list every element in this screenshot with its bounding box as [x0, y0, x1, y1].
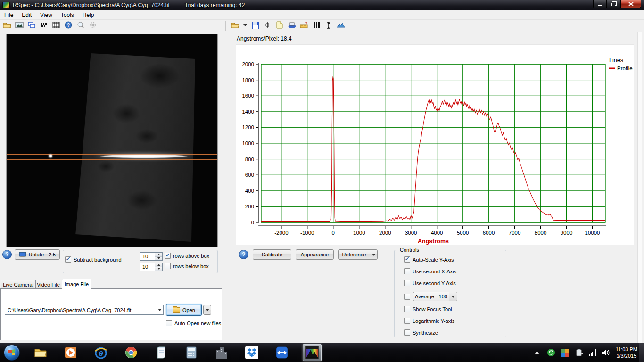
menu-tools[interactable]: Tools	[57, 11, 78, 19]
spectrum-image-view[interactable]	[6, 34, 218, 247]
clipboard-device-icon[interactable]	[575, 348, 584, 357]
combo-dropdown-icon[interactable]	[156, 305, 163, 314]
restore-button[interactable]	[607, 0, 620, 8]
y-tick-label: 400	[245, 188, 254, 194]
rows-below-spinner[interactable]: 10	[140, 263, 163, 271]
rows-above-row[interactable]: rows above box	[165, 253, 209, 259]
calibrate-button[interactable]: Calibrate	[253, 249, 291, 260]
average-dropdown-arrow[interactable]	[449, 292, 457, 301]
spin-down-button[interactable]	[155, 256, 162, 261]
minimize-button[interactable]	[593, 0, 607, 8]
rotate-button[interactable]: Rotate - 2.5	[15, 249, 60, 260]
synthesize-checkbox[interactable]	[404, 329, 410, 336]
open-options-dropdown[interactable]	[203, 305, 211, 315]
focus-tool-row[interactable]: Show Focus Tool	[404, 306, 452, 312]
taskbar-explorer-icon[interactable]	[31, 344, 50, 361]
profile-chart[interactable]: 0200400600800100012001400160018002000-20…	[236, 45, 634, 245]
rows-above-spinner[interactable]: 10	[140, 252, 163, 261]
open-dropdown-icon[interactable]	[243, 21, 247, 29]
logarithmic-row[interactable]: Logarithmic Y-axis	[404, 318, 454, 324]
tab-live-camera[interactable]: Live Camera	[1, 280, 34, 289]
autoscale-checkbox[interactable]	[404, 256, 410, 263]
antivirus-icon[interactable]	[561, 348, 570, 357]
open-profile-icon[interactable]	[231, 21, 239, 29]
subtract-background-row[interactable]: Subtract background	[65, 256, 122, 263]
tab-image-file[interactable]: Image File	[62, 279, 91, 289]
taskbar-city-app-icon[interactable]	[212, 344, 231, 361]
spin-up-button[interactable]	[155, 263, 162, 267]
menu-file[interactable]: File	[0, 11, 17, 19]
average-row[interactable]: Average - 100	[404, 292, 457, 301]
vertical-extent-icon[interactable]	[324, 21, 333, 29]
trial-days-text: Trial days remaining: 42	[185, 2, 245, 8]
menu-help[interactable]: Help	[78, 11, 99, 19]
sync-status-icon[interactable]	[547, 348, 555, 357]
copy-frames-icon[interactable]	[27, 21, 36, 29]
menu-view[interactable]: View	[36, 11, 57, 19]
rows-below-value[interactable]: 10	[140, 263, 155, 271]
spin-up-button[interactable]	[155, 253, 162, 256]
taskbar-calculator-icon[interactable]	[182, 344, 201, 361]
taskbar-rspec-icon[interactable]	[303, 344, 322, 361]
image-icon[interactable]	[15, 21, 24, 29]
open-file-icon[interactable]	[3, 21, 11, 29]
taskbar-teamviewer-icon[interactable]	[272, 344, 291, 361]
taskbar-internet-explorer-icon[interactable]: e	[91, 344, 110, 361]
subtract-background-checkbox[interactable]	[65, 256, 71, 263]
second-y-axis-checkbox[interactable]	[404, 280, 410, 286]
focus-tool-checkbox[interactable]	[404, 306, 410, 312]
taskbar-media-player-icon[interactable]	[61, 344, 80, 361]
rows-above-checkbox[interactable]	[165, 253, 171, 259]
columns-icon[interactable]	[312, 21, 321, 29]
close-button[interactable]	[620, 0, 641, 8]
spin-down-button[interactable]	[155, 267, 162, 271]
help-button-left[interactable]: ?	[2, 250, 12, 259]
rows-above-value[interactable]: 10	[140, 253, 155, 260]
reference-dropdown[interactable]	[370, 250, 377, 259]
start-button[interactable]	[4, 345, 20, 361]
taskbar-clock[interactable]: 11:03 PM 1/3/2015	[616, 346, 637, 359]
taskbar-chrome-icon[interactable]	[122, 344, 140, 361]
appearance-button[interactable]: Appearance	[296, 249, 334, 260]
legend-entry-label: Profile	[617, 66, 633, 71]
second-x-axis-row[interactable]: Use second X-Axis	[404, 268, 456, 274]
autoscale-row[interactable]: Auto-Scale Y-Axis	[404, 256, 454, 263]
auto-open-row[interactable]: Auto-Open new files	[166, 320, 221, 326]
measure-icon[interactable]	[300, 21, 308, 29]
taskbar-dropbox-icon[interactable]	[242, 344, 261, 361]
reference-button[interactable]: Reference	[338, 249, 378, 260]
menu-bar: File Edit View Tools Help	[0, 10, 644, 20]
average-dropdown[interactable]: Average - 100	[413, 292, 457, 301]
save-icon[interactable]	[251, 21, 259, 29]
file-path-combo[interactable]: C:\Users\Gary\Dropbox\Spectra\A Cyg\A Cy…	[5, 305, 164, 315]
taskbar-notepad-icon[interactable]	[152, 344, 171, 361]
average-checkbox[interactable]	[404, 294, 410, 300]
tray-expand-icon[interactable]	[533, 348, 541, 357]
zoom-icon[interactable]	[76, 21, 85, 29]
dropdown-arrow-icon	[451, 296, 455, 298]
logarithmic-checkbox[interactable]	[404, 318, 410, 324]
open-button[interactable]: Open	[166, 304, 202, 316]
rows-below-row[interactable]: rows below box	[165, 263, 209, 269]
show-desktop-button[interactable]	[639, 343, 644, 362]
auto-open-checkbox[interactable]	[166, 320, 172, 326]
menu-edit[interactable]: Edit	[17, 11, 36, 19]
second-y-axis-row[interactable]: Use second Y-Axis	[404, 280, 456, 286]
help-button-right[interactable]: ?	[239, 250, 248, 259]
crosshair-icon[interactable]	[263, 21, 272, 29]
pixel-grid-icon[interactable]	[40, 21, 48, 29]
tab-video-file[interactable]: Video File	[35, 280, 61, 289]
print-icon[interactable]	[288, 21, 296, 29]
flatten-icon[interactable]	[337, 21, 345, 29]
volume-icon[interactable]	[602, 348, 610, 357]
second-x-axis-checkbox[interactable]	[404, 268, 410, 274]
title-bar[interactable]: RSpec - C:\Users\Gary\Dropbox\Spectra\A …	[0, 0, 644, 10]
help-icon[interactable]: ?	[64, 21, 73, 29]
copy-page-icon[interactable]	[275, 21, 284, 29]
settings-gear-icon[interactable]	[89, 21, 97, 29]
synthesize-row[interactable]: Synthesize	[404, 329, 438, 336]
selection-line-bottom[interactable]	[7, 159, 218, 160]
rows-below-checkbox[interactable]	[165, 263, 171, 269]
network-signal-icon[interactable]	[589, 349, 596, 356]
grid-table-icon[interactable]	[52, 21, 60, 29]
